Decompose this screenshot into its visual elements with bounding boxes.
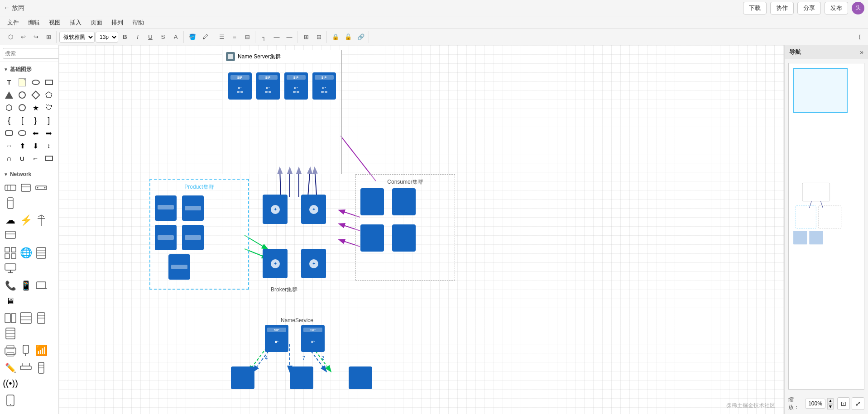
product-server1[interactable] — [155, 195, 177, 221]
font-color-button[interactable]: A — [170, 31, 182, 43]
collaborate-button[interactable]: 协作 — [770, 2, 794, 14]
cursor-tool[interactable]: ⬡ — [5, 31, 16, 43]
line-type-button[interactable]: — — [271, 31, 283, 43]
unlock-button[interactable]: 🔓 — [342, 31, 354, 43]
net-wifi[interactable]: 📶 — [34, 344, 48, 357]
net-device4[interactable] — [4, 196, 17, 210]
shape-pentagon-shape[interactable]: ⬠ — [43, 90, 54, 100]
font-size-select[interactable]: 13px — [96, 32, 118, 43]
lock-button[interactable]: 🔒 — [330, 31, 341, 43]
net-mobile[interactable]: 📱 — [19, 279, 33, 292]
list-button[interactable]: ⊟ — [241, 31, 253, 43]
fill-color-button[interactable]: 🪣 — [187, 31, 198, 43]
net-device2[interactable] — [19, 181, 33, 195]
download-button[interactable]: 下载 — [743, 2, 767, 14]
net-item2[interactable] — [19, 311, 33, 325]
shape-arrow-down[interactable]: ⬇ — [30, 140, 41, 151]
undo-button[interactable]: ↩ — [17, 31, 29, 43]
net-scanner[interactable] — [19, 361, 33, 375]
menu-view[interactable]: 视图 — [45, 18, 64, 28]
bold-button[interactable]: B — [119, 31, 131, 43]
line-style-button[interactable]: ┐ — [258, 31, 270, 43]
name-server-group[interactable]: Name Server集群 SIP IP — [222, 50, 342, 174]
share-button[interactable]: 分享 — [797, 2, 821, 14]
collapse-panel-button[interactable]: ⟨ — [854, 31, 865, 43]
net-item1[interactable] — [4, 311, 17, 325]
menu-insert[interactable]: 插入 — [66, 18, 85, 28]
shape-brace-r[interactable]: } — [30, 115, 41, 126]
highlight-button[interactable]: 🖊 — [199, 31, 211, 43]
avatar[interactable]: 头 — [852, 2, 864, 14]
shape-rect2[interactable] — [17, 128, 28, 138]
net-item3[interactable] — [34, 311, 48, 325]
consumer-server4[interactable] — [392, 224, 416, 252]
redo-button[interactable]: ↪ — [30, 31, 42, 43]
net-tablet[interactable] — [4, 394, 17, 407]
shape-arrow-left[interactable]: ⬅ — [30, 128, 41, 138]
shape-triangle[interactable] — [4, 90, 14, 100]
format-button[interactable]: ⊞ — [43, 31, 54, 43]
net-cloud[interactable]: ☁ — [4, 214, 17, 227]
align-center-button[interactable]: ≡ — [229, 31, 240, 43]
broker-server4[interactable]: ✦ — [301, 249, 326, 278]
net-usb[interactable] — [19, 344, 33, 357]
shape-ellipse[interactable] — [30, 77, 41, 88]
nameservice-server2[interactable]: SIP IP — [301, 325, 325, 352]
fullscreen-button[interactable]: ⤢ — [852, 397, 864, 410]
shape-arc[interactable]: ∩ — [4, 153, 14, 164]
net-antenna[interactable] — [34, 214, 48, 227]
shape-note[interactable] — [17, 77, 28, 88]
net-printer1[interactable] — [4, 344, 17, 357]
ns-server1[interactable]: SIP IP — [228, 72, 252, 100]
consumer-server3[interactable] — [360, 224, 384, 252]
underline-button[interactable]: U — [144, 31, 156, 43]
zoom-down[interactable]: ▼ — [827, 404, 834, 409]
net-device6[interactable] — [4, 262, 17, 275]
group-button[interactable]: ⊞ — [300, 31, 312, 43]
font-family-select[interactable]: 微软雅黑 — [59, 32, 95, 43]
shape-arrows-ud[interactable]: ↕ — [43, 140, 54, 151]
search-input[interactable] — [3, 48, 59, 59]
net-pen[interactable]: ✏️ — [4, 361, 17, 375]
ns-server3[interactable]: SIP IP — [284, 72, 308, 100]
bottom-server1[interactable] — [231, 366, 254, 389]
broker-server2[interactable]: ✦ — [301, 195, 326, 224]
net-item4[interactable] — [4, 327, 17, 340]
bottom-server3[interactable] — [349, 366, 372, 389]
shape-arrow-up[interactable]: ⬆ — [17, 140, 28, 151]
line-end-button[interactable]: — — [283, 31, 295, 43]
navigator-close-button[interactable]: » — [860, 48, 863, 56]
network-header[interactable]: ▼ Network — [0, 169, 58, 179]
product-server4[interactable] — [182, 225, 204, 250]
shape-circle[interactable] — [17, 90, 28, 100]
link-button[interactable]: 🔗 — [355, 31, 367, 43]
product-group[interactable]: Product集群 — [149, 179, 249, 290]
shape-arrow-right[interactable]: ➡ — [43, 128, 54, 138]
menu-edit[interactable]: 编辑 — [24, 18, 43, 28]
shape-l[interactable]: ⌐ — [30, 153, 41, 164]
shape-brace-l[interactable]: { — [4, 115, 14, 126]
net-globe[interactable]: 🌐 — [19, 246, 33, 260]
align-left-button[interactable]: ☰ — [216, 31, 228, 43]
product-server5[interactable] — [168, 254, 190, 280]
strikethrough-button[interactable]: S — [157, 31, 169, 43]
ungroup-button[interactable]: ⊟ — [313, 31, 325, 43]
shape-circle2[interactable] — [17, 102, 28, 113]
net-device3[interactable] — [34, 181, 48, 195]
product-server2[interactable] — [182, 195, 204, 221]
net-tower[interactable] — [34, 361, 48, 375]
shape-rect-r[interactable] — [4, 128, 14, 138]
net-laptop[interactable] — [34, 279, 48, 292]
shape-bracket-r[interactable]: ] — [43, 115, 54, 126]
shape-u[interactable]: ∪ — [17, 153, 28, 164]
bottom-server2[interactable] — [290, 366, 313, 389]
shape-text[interactable]: T — [4, 77, 14, 88]
net-phone[interactable]: 📞 — [4, 279, 17, 292]
menu-help[interactable]: 帮助 — [129, 18, 148, 28]
net-device1[interactable] — [4, 181, 17, 195]
shape-star[interactable]: ★ — [30, 102, 41, 113]
shape-arrows-lr[interactable]: ↔ — [4, 140, 14, 151]
broker-server3[interactable]: ✦ — [263, 249, 288, 278]
broker-server1[interactable]: ✦ — [263, 195, 288, 224]
basic-shapes-header[interactable]: ▼ 基础图形 — [0, 64, 58, 75]
